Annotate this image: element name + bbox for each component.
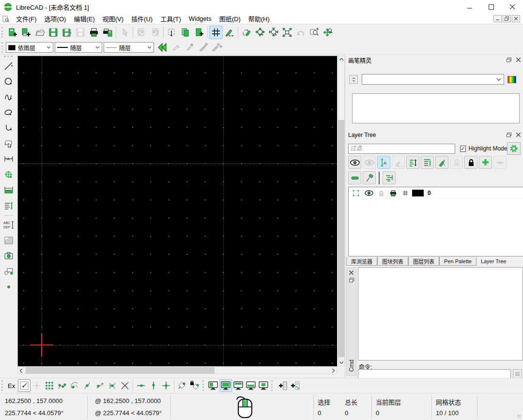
snap-center-button[interactable] xyxy=(68,379,81,392)
restrict-vertical-button[interactable] xyxy=(147,379,160,392)
scroll-right-icon[interactable] xyxy=(330,367,337,374)
float-panel-icon[interactable] xyxy=(507,58,511,62)
snap-on-entity-button[interactable] xyxy=(56,379,68,392)
open-file-button[interactable] xyxy=(33,26,46,39)
layer-row[interactable]: 0 xyxy=(349,187,523,199)
layer-lock-icon[interactable] xyxy=(375,187,387,199)
menu-plugins[interactable]: 插件(U) xyxy=(127,13,156,24)
back-button[interactable] xyxy=(155,41,169,54)
snap-clear-button[interactable] xyxy=(119,379,131,392)
snap-distance-button[interactable] xyxy=(93,379,106,392)
select-pointer-button[interactable] xyxy=(118,26,131,39)
horizontal-scrollbar[interactable] xyxy=(17,367,337,374)
command-history[interactable] xyxy=(358,267,523,360)
lock-relative-zero-button[interactable] xyxy=(188,379,201,392)
close-panel-icon[interactable] xyxy=(516,133,521,137)
mdi-minimize-icon[interactable] xyxy=(493,15,502,22)
mtext-tool-button[interactable]: ABCDEF xyxy=(2,218,15,232)
command-tab-label[interactable]: Cmd xyxy=(348,360,355,372)
unlock-all-button[interactable] xyxy=(450,156,463,169)
minimize-icon[interactable] xyxy=(459,0,480,14)
layer-name[interactable]: 0 xyxy=(428,190,431,196)
undo-button[interactable] xyxy=(135,26,148,39)
color-combo[interactable]: 依图层 xyxy=(6,42,53,53)
circle-center-tool-button[interactable] xyxy=(2,168,15,181)
layer-filter-input[interactable] xyxy=(348,144,455,154)
scroll-left-icon[interactable] xyxy=(18,367,24,374)
layer-color-swatch[interactable] xyxy=(412,187,424,199)
hide-all-layers-button[interactable] xyxy=(363,156,376,169)
sort-layers-button[interactable] xyxy=(406,156,419,169)
command-options-button[interactable] xyxy=(513,369,522,378)
close-icon[interactable] xyxy=(502,0,523,14)
show-all-layers-button[interactable] xyxy=(348,156,361,169)
ellipse-tool-button[interactable] xyxy=(2,106,15,120)
toolbar-handle[interactable] xyxy=(1,42,4,53)
pen-wizard-spin-button[interactable] xyxy=(349,75,358,84)
cut-button[interactable] xyxy=(165,26,179,39)
rename-layer-button[interactable]: A xyxy=(435,156,448,169)
tab-block-list[interactable]: 图块列表 xyxy=(377,257,408,266)
pen-wizard-combo[interactable] xyxy=(362,74,504,85)
dock-bottom-button[interactable] xyxy=(245,379,257,392)
dock-left-button[interactable] xyxy=(207,379,219,392)
menu-widgets[interactable]: Widgets xyxy=(185,14,215,23)
zoom-auto-button[interactable] xyxy=(280,26,294,39)
mdi-close-icon[interactable] xyxy=(512,15,520,22)
maximize-icon[interactable] xyxy=(480,0,502,14)
paste-button[interactable] xyxy=(192,26,206,39)
toolbar-handle[interactable] xyxy=(1,380,4,391)
dock-top-button[interactable] xyxy=(219,379,232,392)
defreeze-layer-button[interactable] xyxy=(363,171,376,184)
save-all-button[interactable] xyxy=(74,26,87,39)
restrict-orthogonal-button[interactable] xyxy=(160,379,172,392)
draft-mode-button[interactable] xyxy=(223,26,236,39)
close-panel-icon[interactable] xyxy=(516,58,521,62)
set-relative-zero-button[interactable] xyxy=(176,379,188,392)
toolbar-handle[interactable] xyxy=(1,27,4,38)
menu-options[interactable]: 选项(O) xyxy=(41,13,70,24)
print-button[interactable] xyxy=(87,26,101,39)
new-document-button[interactable] xyxy=(6,26,19,39)
add-layer-button[interactable] xyxy=(479,156,492,169)
flatten-tree-button[interactable] xyxy=(383,171,396,184)
line-tool-button[interactable] xyxy=(2,60,15,73)
snap-intersection-button[interactable] xyxy=(106,379,119,392)
tab-pen-palette[interactable]: Pen Palette xyxy=(439,257,477,266)
close-panel-icon[interactable] xyxy=(349,270,354,275)
menu-drawings[interactable]: 图纸(D) xyxy=(215,13,245,24)
add-palette-widget-button[interactable] xyxy=(288,379,301,392)
toolbar-handle[interactable] xyxy=(271,380,274,391)
menu-help[interactable]: 帮助(H) xyxy=(245,13,274,24)
dock-top-full-button[interactable] xyxy=(232,379,245,392)
width-combo[interactable]: 随层 xyxy=(55,42,102,53)
restrict-horizontal-button[interactable] xyxy=(135,379,147,392)
point-tool-button[interactable] xyxy=(2,280,15,294)
menu-file[interactable]: 文件(F) xyxy=(12,13,41,24)
mdi-restore-icon[interactable] xyxy=(503,15,511,22)
tab-layer-list[interactable]: 图层列表 xyxy=(408,257,439,266)
hatch-tool-button[interactable] xyxy=(2,234,15,247)
toolbar-handle[interactable] xyxy=(202,380,205,391)
polyline-tool-button[interactable] xyxy=(2,121,15,135)
tab-library-browser[interactable]: 库浏览器 xyxy=(346,257,377,266)
horizontal-scroll-thumb[interactable] xyxy=(26,367,215,374)
print-preview-button[interactable] xyxy=(101,26,114,39)
apply-attributes-button[interactable] xyxy=(210,41,223,54)
zoom-in-button[interactable] xyxy=(253,26,267,39)
spline-tool-button[interactable] xyxy=(2,90,15,104)
zoom-previous-button[interactable] xyxy=(294,26,308,39)
circle-tool-button[interactable] xyxy=(2,75,15,89)
copy-button[interactable] xyxy=(179,26,192,39)
dim-linear-tool-button[interactable] xyxy=(2,183,15,197)
layer-construction-icon[interactable] xyxy=(400,187,412,199)
snap-middle-button[interactable] xyxy=(81,379,93,392)
activate-layer-button[interactable]: A xyxy=(377,156,390,169)
menu-view[interactable]: 视图(V) xyxy=(99,13,127,24)
layer-list[interactable]: 0 xyxy=(348,187,523,256)
redraw-button[interactable] xyxy=(240,26,253,39)
block-tool-button[interactable] xyxy=(2,265,15,278)
image-tool-button[interactable] xyxy=(2,249,15,263)
highlight-mode-checkbox[interactable]: ✓ xyxy=(460,146,466,152)
vertical-scrollbar[interactable] xyxy=(338,56,345,366)
